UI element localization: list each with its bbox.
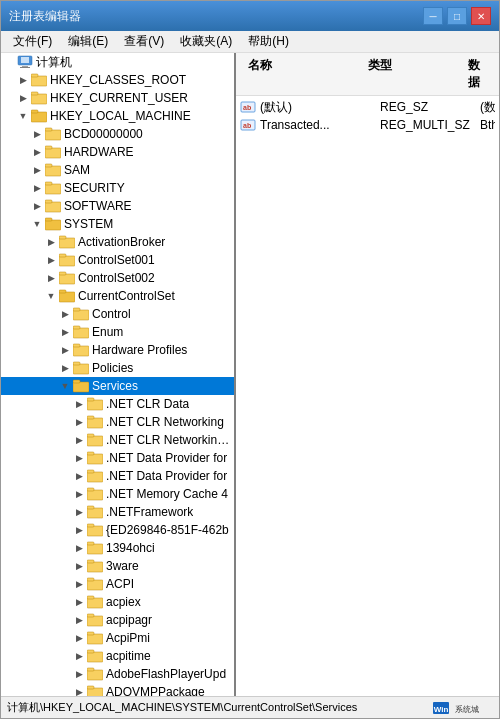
expand-icon[interactable]: ▶ — [57, 324, 73, 340]
collapse-icon[interactable]: ▼ — [57, 378, 73, 394]
tree-node-classes_root[interactable]: ▶ HKEY_CLASSES_ROOT — [1, 71, 234, 89]
tree-node-enum[interactable]: ▶ Enum — [1, 323, 234, 341]
tree-node-security[interactable]: ▶ SECURITY — [1, 179, 234, 197]
svg-text:系统城: 系统城 — [455, 705, 479, 714]
expand-icon[interactable]: ▶ — [71, 648, 87, 664]
tree-node-system[interactable]: ▼ SYSTEM — [1, 215, 234, 233]
tree-node-bcd[interactable]: ▶ BCD00000000 — [1, 125, 234, 143]
tree-node-acpipagr[interactable]: ▶ acpipagr — [1, 611, 234, 629]
tree-node-net_data_provider2[interactable]: ▶ .NET Data Provider for — [1, 467, 234, 485]
expand-icon[interactable]: ▶ — [29, 144, 45, 160]
tree-node-1394ohci[interactable]: ▶ 1394ohci — [1, 539, 234, 557]
tree-node-label-services: Services — [92, 379, 138, 393]
menu-item[interactable]: 查看(V) — [116, 31, 172, 52]
svg-rect-63 — [87, 596, 94, 599]
collapse-icon[interactable]: ▼ — [15, 108, 31, 124]
expand-icon[interactable]: ▶ — [71, 504, 87, 520]
expand-icon[interactable]: ▶ — [15, 72, 31, 88]
expand-icon[interactable]: ▶ — [43, 252, 59, 268]
expand-icon[interactable]: ▶ — [43, 270, 59, 286]
tree-node-computer[interactable]: 计算机 — [1, 53, 234, 71]
expand-icon[interactable]: ▶ — [71, 522, 87, 538]
tree-node-control[interactable]: ▶ Control — [1, 305, 234, 323]
tree-node-net_clr_data[interactable]: ▶ .NET CLR Data — [1, 395, 234, 413]
folder-icon — [87, 487, 103, 501]
expand-icon[interactable]: ▶ — [57, 342, 73, 358]
registry-value-type: REG_SZ — [380, 100, 480, 114]
svg-rect-1 — [21, 57, 29, 63]
tree-node-acpiex[interactable]: ▶ acpiex — [1, 593, 234, 611]
tree-node-label-acpitime: acpitime — [106, 649, 151, 663]
tree-node-ed269846[interactable]: ▶ {ED269846-851F-462b — [1, 521, 234, 539]
folder-icon — [87, 433, 103, 447]
expand-icon[interactable]: ▶ — [71, 432, 87, 448]
tree-node-hardware[interactable]: ▶ HARDWARE — [1, 143, 234, 161]
tree-node-acpipmi[interactable]: ▶ AcpiPmi — [1, 629, 234, 647]
minimize-button[interactable]: ─ — [423, 7, 443, 25]
svg-rect-3 — [20, 67, 30, 68]
tree-node-software[interactable]: ▶ SOFTWARE — [1, 197, 234, 215]
tree-node-local_machine[interactable]: ▼ HKEY_LOCAL_MACHINE — [1, 107, 234, 125]
expand-icon[interactable]: ▶ — [71, 468, 87, 484]
tree-pane[interactable]: 计算机▶ HKEY_CLASSES_ROOT▶ HKEY_CURRENT_USE… — [1, 53, 236, 696]
expand-icon[interactable]: ▶ — [15, 90, 31, 106]
tree-node-3ware[interactable]: ▶ 3ware — [1, 557, 234, 575]
expand-icon[interactable]: ▶ — [71, 540, 87, 556]
svg-rect-40 — [87, 400, 103, 410]
expand-icon[interactable]: ▶ — [71, 612, 87, 628]
svg-rect-38 — [73, 382, 89, 392]
tree-node-net_framework[interactable]: ▶ .NETFramework — [1, 503, 234, 521]
expand-icon[interactable]: ▶ — [71, 558, 87, 574]
tree-node-acpi[interactable]: ▶ ACPI — [1, 575, 234, 593]
tree-node-acpitime[interactable]: ▶ acpitime — [1, 647, 234, 665]
expand-icon[interactable]: ▶ — [43, 234, 59, 250]
expand-icon[interactable]: ▶ — [57, 360, 73, 376]
tree-node-currentcontrolset[interactable]: ▼ CurrentControlSet — [1, 287, 234, 305]
expand-icon[interactable]: ▶ — [71, 396, 87, 412]
expand-icon[interactable]: ▶ — [29, 180, 45, 196]
tree-node-sam[interactable]: ▶ SAM — [1, 161, 234, 179]
svg-rect-18 — [45, 202, 61, 212]
tree-node-controlset001[interactable]: ▶ ControlSet001 — [1, 251, 234, 269]
tree-node-services[interactable]: ▼ Services — [1, 377, 234, 395]
tree-node-controlset002[interactable]: ▶ ControlSet002 — [1, 269, 234, 287]
close-button[interactable]: ✕ — [471, 7, 491, 25]
expand-icon[interactable]: ▶ — [29, 126, 45, 142]
tree-node-net_data_provider[interactable]: ▶ .NET Data Provider for — [1, 449, 234, 467]
tree-node-activation_broker[interactable]: ▶ ActivationBroker — [1, 233, 234, 251]
right-row-1[interactable]: ab Transacted...REG_MULTI_SZBthEnum usbh… — [236, 116, 499, 134]
expand-icon[interactable]: ▶ — [71, 630, 87, 646]
menu-item[interactable]: 文件(F) — [5, 31, 60, 52]
expand-icon[interactable]: ▶ — [71, 666, 87, 682]
menu-item[interactable]: 帮助(H) — [240, 31, 297, 52]
tree-node-label-1394ohci: 1394ohci — [106, 541, 155, 555]
maximize-button[interactable]: □ — [447, 7, 467, 25]
expand-icon[interactable]: ▶ — [71, 684, 87, 696]
tree-node-net_memory_cache[interactable]: ▶ .NET Memory Cache 4 — [1, 485, 234, 503]
tree-node-hardware_profiles[interactable]: ▶ Hardware Profiles — [1, 341, 234, 359]
expand-icon[interactable]: ▶ — [29, 162, 45, 178]
tree-node-adovmp[interactable]: ▶ ADOVMPPackage — [1, 683, 234, 696]
menu-item[interactable]: 收藏夹(A) — [172, 31, 240, 52]
expand-icon[interactable]: ▶ — [71, 486, 87, 502]
tree-node-current_user[interactable]: ▶ HKEY_CURRENT_USER — [1, 89, 234, 107]
collapse-icon[interactable] — [1, 54, 17, 70]
tree-node-net_clr_networking[interactable]: ▶ .NET CLR Networking — [1, 413, 234, 431]
expand-icon[interactable]: ▶ — [57, 306, 73, 322]
collapse-icon[interactable]: ▼ — [43, 288, 59, 304]
expand-icon[interactable]: ▶ — [71, 414, 87, 430]
svg-rect-11 — [45, 128, 52, 131]
tree-node-label-acpiex: acpiex — [106, 595, 141, 609]
folder-icon — [45, 127, 61, 141]
right-row-0[interactable]: ab (默认)REG_SZ(数值未设置) — [236, 98, 499, 116]
expand-icon[interactable]: ▶ — [71, 450, 87, 466]
expand-icon[interactable]: ▶ — [71, 594, 87, 610]
tree-node-adobe_flash[interactable]: ▶ AdobeFlashPlayerUpd — [1, 665, 234, 683]
expand-icon[interactable]: ▶ — [29, 198, 45, 214]
expand-icon[interactable]: ▶ — [71, 576, 87, 592]
tree-node-net_clr_networking2[interactable]: ▶ .NET CLR Networking · — [1, 431, 234, 449]
collapse-icon[interactable]: ▼ — [29, 216, 45, 232]
tree-node-label-computer: 计算机 — [36, 54, 72, 71]
tree-node-policies[interactable]: ▶ Policies — [1, 359, 234, 377]
menu-item[interactable]: 编辑(E) — [60, 31, 116, 52]
